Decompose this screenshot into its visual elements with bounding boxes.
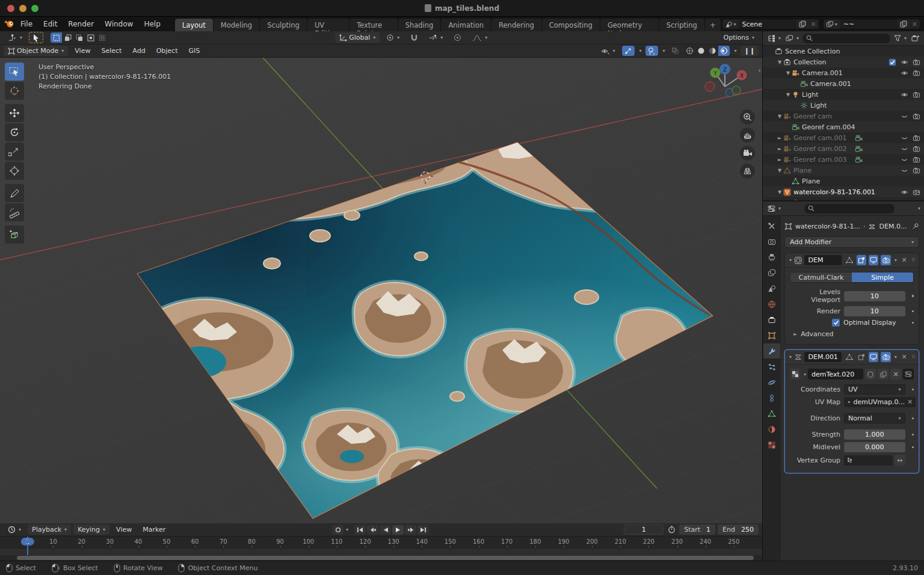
disclosure-icon[interactable]: ▼ xyxy=(776,114,783,119)
frame-start-field[interactable]: Start1 xyxy=(679,524,715,535)
viewport-canvas[interactable]: User Perspective (1) Collection | waterc… xyxy=(0,58,762,523)
edit-mode-toggle[interactable] xyxy=(857,352,866,362)
eye-toggle-icon[interactable] xyxy=(901,69,908,77)
shading-material-button[interactable] xyxy=(707,46,718,56)
select-box-tool-button[interactable] xyxy=(5,63,24,81)
options-dropdown[interactable]: Options▾ xyxy=(719,32,759,43)
texture-browse-dropdown[interactable] xyxy=(790,369,801,380)
outliner-row-plane[interactable]: ▼Plane xyxy=(763,165,924,176)
midlevel-field[interactable]: 0.000 xyxy=(844,442,905,452)
menu-file[interactable]: File xyxy=(16,19,37,29)
copy-scene-icon[interactable] xyxy=(796,19,808,29)
breadcrumb-object[interactable]: watercolor-9-81-1... xyxy=(795,223,860,230)
editor-type-properties-button[interactable]: ▾ xyxy=(766,203,782,214)
editor-type-3dview-button[interactable]: ▾ xyxy=(4,32,26,43)
move-tool-button[interactable] xyxy=(5,104,24,122)
workspace-tab-layout[interactable]: Layout xyxy=(175,19,213,31)
workspace-tab-uv-editing[interactable]: UV Editing xyxy=(307,19,349,31)
copy-view-layer-icon[interactable] xyxy=(898,19,910,29)
outliner-row-watercolor-9-81-176-001[interactable]: ▼watercolor-9-81-176.001 xyxy=(763,186,924,197)
jump-to-start-button[interactable] xyxy=(354,525,366,535)
current-frame-field[interactable]: 1 xyxy=(624,524,664,535)
properties-tab-particles-icon[interactable] xyxy=(763,359,780,374)
eye-toggle-icon[interactable] xyxy=(901,91,908,99)
render-levels-field[interactable]: 10 xyxy=(844,306,905,316)
scene-name-field[interactable]: Scene xyxy=(739,19,796,29)
transform-orientation-dropdown[interactable]: Global▾ xyxy=(335,32,380,43)
transform-tool-button[interactable] xyxy=(5,162,24,180)
strength-field[interactable]: 1.000 xyxy=(844,429,905,440)
properties-search-input[interactable] xyxy=(804,204,895,214)
add-modifier-dropdown[interactable]: Add Modifier▾ xyxy=(784,236,919,248)
rotate-tool-button[interactable] xyxy=(5,123,24,141)
prev-keyframe-button[interactable] xyxy=(367,525,378,535)
camera-toggle-icon[interactable] xyxy=(913,156,920,164)
disclosure-icon[interactable]: ▼ xyxy=(776,168,783,173)
animate-dot[interactable] xyxy=(912,417,914,420)
select-mode-subtract-button[interactable] xyxy=(73,32,85,43)
properties-options-dropdown[interactable]: ▾ xyxy=(918,206,920,211)
overlays-dropdown[interactable]: ▾ xyxy=(661,46,667,56)
properties-tab-texture-icon[interactable] xyxy=(763,437,780,452)
properties-tab-world-icon[interactable] xyxy=(763,297,780,312)
annotate-tool-button[interactable] xyxy=(5,184,24,202)
outliner-search-input[interactable] xyxy=(802,34,890,43)
menu-select[interactable]: Select xyxy=(97,46,126,56)
snap-toggle-button[interactable] xyxy=(406,32,422,43)
realtime-toggle[interactable] xyxy=(869,352,878,362)
scale-tool-button[interactable] xyxy=(5,143,24,161)
menu-render[interactable]: Render xyxy=(63,19,99,29)
pivot-point-dropdown[interactable]: ▾ xyxy=(382,32,404,43)
gizmos-toggle[interactable] xyxy=(622,46,635,56)
direction-dropdown[interactable]: Normal▾ xyxy=(844,413,905,423)
on-cage-toggle[interactable] xyxy=(844,255,854,265)
menu-object[interactable]: Object xyxy=(152,46,182,56)
workspace-tab-modeling[interactable]: Modeling xyxy=(214,19,259,31)
invert-vertex-group-button[interactable]: ↔ xyxy=(895,455,905,466)
play-reverse-button[interactable] xyxy=(380,525,391,535)
collapse-icon[interactable]: ▾ xyxy=(789,354,792,360)
modifier-name-field[interactable]: DEM xyxy=(804,255,842,265)
workspace-tab-rendering[interactable]: Rendering xyxy=(491,19,541,31)
jump-to-end-button[interactable] xyxy=(417,525,429,535)
cursor-tool-button[interactable] xyxy=(5,82,24,100)
optimal-display-checkbox[interactable] xyxy=(832,319,840,327)
camera-toggle-icon[interactable] xyxy=(913,145,920,153)
simple-button[interactable]: Simple xyxy=(852,272,913,282)
outliner-row-georef-cam[interactable]: ▼Georef cam xyxy=(763,111,924,121)
toggle-projection-button[interactable] xyxy=(740,164,755,179)
add-cube-tool-button[interactable] xyxy=(5,226,24,244)
texture-name-field[interactable]: demText.020 xyxy=(808,369,863,380)
zoom-view-button[interactable] xyxy=(740,109,755,125)
editor-type-outliner-button[interactable]: ▾ xyxy=(766,33,782,43)
eye-closed-toggle-icon[interactable] xyxy=(901,145,908,153)
show-texture-in-texture-tab-button[interactable] xyxy=(903,369,914,380)
outliner-row-georef-cam-004[interactable]: Georef cam.004 xyxy=(763,121,924,132)
frame-end-field[interactable]: End250 xyxy=(718,524,759,535)
select-mode-extend-button[interactable] xyxy=(62,32,73,43)
camera-toggle-icon[interactable] xyxy=(913,69,920,77)
disclosure-icon[interactable]: ▼ xyxy=(784,70,792,76)
workspace-tab-scripting[interactable]: Scripting xyxy=(659,19,704,31)
outliner-row-light[interactable]: ▼Light xyxy=(763,89,924,100)
proportional-editing-button[interactable] xyxy=(449,32,466,43)
outliner-row-plane[interactable]: Plane xyxy=(763,176,924,186)
pin-icon[interactable] xyxy=(912,223,919,230)
outliner-row-camera-001[interactable]: Camera.001 xyxy=(763,78,924,89)
gizmos-dropdown[interactable]: ▾ xyxy=(637,46,643,56)
properties-tab-constraints-icon[interactable] xyxy=(763,390,780,405)
workspace-tab--[interactable]: + xyxy=(705,19,721,31)
overlays-toggle[interactable] xyxy=(645,46,658,56)
modifier-extras-dropdown[interactable]: ▾ xyxy=(895,354,897,360)
eye-closed-toggle-icon[interactable] xyxy=(901,134,908,142)
camera-toggle-icon[interactable] xyxy=(913,58,920,66)
menu-edit[interactable]: Edit xyxy=(38,19,62,29)
playback-dropdown[interactable]: Playback▾ xyxy=(28,524,71,535)
drag-handle-icon[interactable]: ⠿ xyxy=(911,354,916,360)
animate-dot[interactable] xyxy=(912,310,914,313)
timeline-scrollbar[interactable] xyxy=(17,556,754,560)
measure-tool-button[interactable] xyxy=(5,203,24,221)
gizmo-neg-y[interactable] xyxy=(732,86,741,94)
properties-tab-tool-icon[interactable] xyxy=(763,218,780,233)
realtime-toggle[interactable] xyxy=(869,255,878,265)
